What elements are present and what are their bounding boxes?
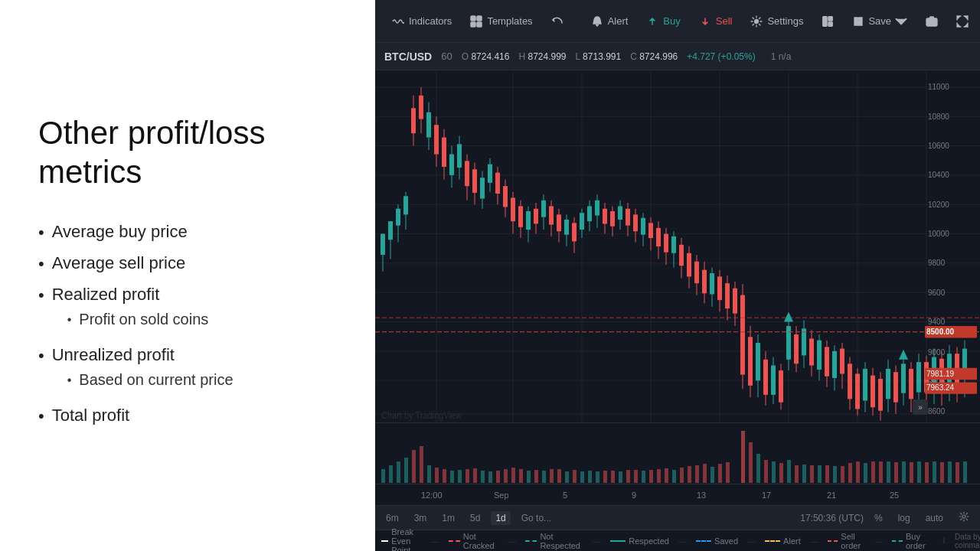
percent-button[interactable]: %	[870, 511, 887, 525]
svg-rect-86	[587, 206, 592, 221]
indicators-button[interactable]: Indicators	[384, 11, 459, 32]
svg-rect-230	[550, 469, 554, 483]
svg-rect-130	[756, 343, 760, 380]
layout-icon-button[interactable]	[814, 11, 841, 32]
timeframe-3m[interactable]: 3m	[410, 511, 432, 525]
log-button[interactable]: log	[893, 511, 915, 525]
svg-rect-108	[671, 236, 676, 253]
svg-rect-96	[626, 209, 630, 226]
legend-alert: Alert	[765, 536, 801, 546]
svg-rect-255	[749, 442, 753, 483]
svg-rect-252	[718, 464, 722, 483]
alert-button[interactable]: Alert	[583, 11, 636, 32]
svg-rect-253	[726, 462, 730, 483]
settings-button[interactable]: Settings	[743, 11, 811, 32]
svg-rect-217	[450, 471, 454, 483]
svg-text:11000: 11000	[928, 83, 949, 91]
svg-rect-116	[702, 270, 707, 294]
svg-rect-208	[381, 469, 385, 483]
svg-rect-36	[396, 209, 400, 226]
bullet-list: Average buy price Average sell price Rea…	[38, 222, 337, 426]
buy-button[interactable]: Buy	[639, 11, 688, 32]
collapse-button[interactable]: »	[913, 399, 928, 415]
svg-rect-271	[871, 461, 875, 483]
gear-icon	[750, 15, 763, 28]
svg-rect-40	[411, 108, 416, 133]
timeframe-6m[interactable]: 6m	[381, 511, 403, 525]
svg-rect-70	[526, 211, 531, 230]
data-attribution: Data by: coinmarketcap	[955, 533, 980, 549]
svg-rect-261	[795, 465, 799, 483]
svg-rect-248	[688, 466, 691, 483]
svg-rect-168	[901, 364, 906, 393]
svg-rect-166	[893, 372, 898, 402]
svg-text:9000: 9000	[928, 348, 945, 357]
svg-rect-46	[434, 125, 439, 154]
svg-rect-172	[916, 362, 921, 392]
svg-rect-279	[933, 461, 936, 483]
time-label-25: 25	[890, 491, 899, 500]
timeframe-5d[interactable]: 5d	[466, 511, 485, 525]
svg-text:10200: 10200	[928, 200, 949, 208]
svg-rect-6	[828, 16, 833, 21]
settings-gear-button[interactable]	[954, 510, 974, 526]
timeframe-1m[interactable]: 1m	[437, 511, 459, 525]
time-label-21: 21	[827, 491, 836, 500]
svg-point-284	[962, 515, 965, 518]
time-label-sep: Sep	[494, 491, 509, 500]
svg-text:7963.24: 7963.24	[926, 383, 954, 392]
legend-not-cracked: Not Cracked	[449, 532, 498, 550]
timeframe[interactable]: 60	[441, 51, 452, 62]
sell-icon	[699, 15, 711, 28]
undo-button[interactable]	[544, 11, 571, 32]
svg-text:9600: 9600	[928, 288, 945, 296]
bell-icon	[591, 15, 603, 28]
symbol-name[interactable]: BTC/USD	[384, 51, 432, 63]
info-icon[interactable]: ℹ	[942, 536, 946, 546]
time-label-9: 9	[632, 491, 636, 500]
svg-rect-54	[465, 161, 469, 186]
svg-rect-32	[381, 234, 385, 255]
time-axis: 12:00 Sep 5 9 13 17 21 25	[375, 484, 980, 505]
svg-text:8500.00: 8500.00	[926, 328, 954, 336]
svg-rect-221	[481, 471, 485, 483]
camera-button[interactable]	[918, 11, 946, 32]
svg-rect-239	[619, 471, 622, 483]
svg-rect-106	[664, 234, 668, 253]
timeframe-1d[interactable]: 1d	[491, 511, 510, 525]
svg-rect-84	[580, 213, 584, 230]
svg-rect-102	[648, 223, 653, 238]
svg-rect-281	[948, 461, 952, 483]
save-button[interactable]: Save	[844, 11, 915, 31]
svg-text:10000: 10000	[928, 229, 949, 237]
svg-rect-132	[763, 360, 768, 395]
time-label-1200: 12:00	[421, 491, 443, 500]
auto-button[interactable]: auto	[921, 511, 948, 525]
svg-rect-42	[419, 96, 423, 119]
svg-rect-242	[642, 471, 645, 483]
templates-button[interactable]: Templates	[462, 11, 540, 32]
list-item-avg-sell: Average sell price	[38, 253, 337, 274]
svg-rect-270	[864, 463, 867, 483]
svg-rect-235	[588, 471, 592, 483]
svg-rect-8	[857, 18, 860, 20]
svg-rect-60	[488, 165, 492, 183]
chart-panel: Indicators Templates Alert	[375, 0, 980, 551]
svg-rect-212	[412, 450, 416, 483]
svg-rect-209	[389, 465, 393, 483]
fullscreen-button[interactable]	[949, 11, 976, 32]
time-label-17: 17	[762, 491, 771, 500]
svg-rect-76	[549, 206, 554, 224]
chart-main[interactable]: 11000 10800 10600 10400 10200 10000 9800…	[375, 70, 980, 422]
svg-rect-265	[825, 465, 829, 483]
svg-rect-104	[656, 228, 661, 246]
goto-button[interactable]: Go to...	[517, 511, 556, 525]
svg-rect-215	[435, 468, 439, 483]
svg-rect-243	[649, 470, 653, 483]
svg-rect-263	[810, 465, 814, 483]
svg-rect-237	[603, 471, 607, 483]
candles	[381, 87, 967, 421]
sell-button[interactable]: Sell	[691, 11, 740, 32]
wave-icon	[392, 15, 404, 28]
svg-rect-214	[427, 465, 431, 483]
